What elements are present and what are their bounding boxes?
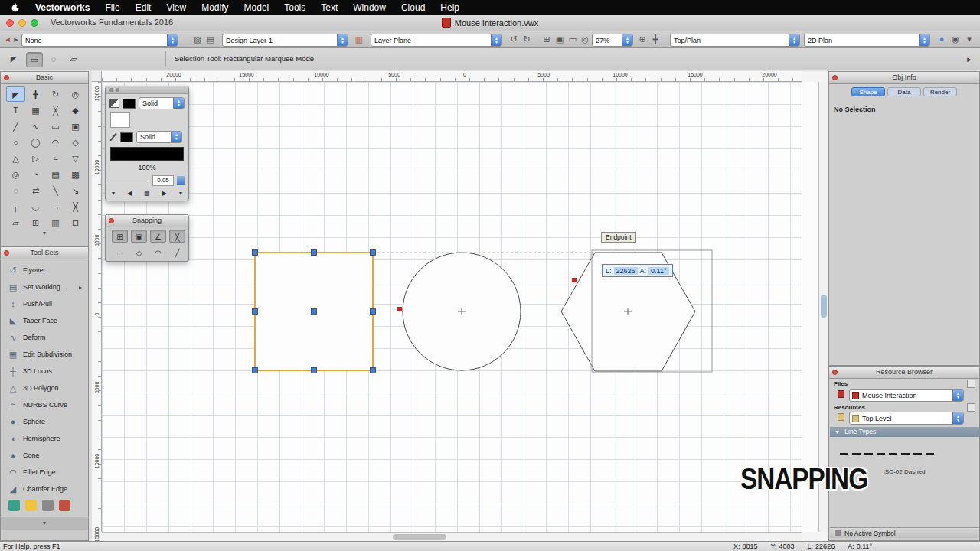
scrollbar-thumb[interactable]: [821, 295, 827, 318]
class-options-icon[interactable]: ▨: [191, 34, 204, 45]
menu-text[interactable]: Text: [313, 0, 345, 15]
snap-smart-point-icon[interactable]: ◇: [131, 246, 147, 259]
basic-palette-header[interactable]: Basic: [1, 72, 88, 84]
menu-view[interactable]: View: [158, 0, 194, 15]
menu-tools[interactable]: Tools: [276, 0, 313, 15]
fit-view-icon[interactable]: ⊕: [636, 34, 648, 45]
palette-close-button[interactable]: [109, 218, 114, 223]
basic-tool[interactable]: ▤: [46, 167, 65, 182]
line-weight-stepper-icon[interactable]: [177, 176, 185, 185]
basic-tool[interactable]: ╳: [66, 199, 85, 214]
snap-object-icon[interactable]: ▣: [131, 230, 147, 243]
fill-style-dropdown[interactable]: Solid: [139, 97, 185, 109]
toolbar-overflow-icon[interactable]: ▾: [963, 34, 975, 45]
palette-close-button[interactable]: [4, 250, 9, 256]
basic-tool-selection[interactable]: ◤: [6, 86, 25, 102]
basic-tool[interactable]: ⊟: [66, 215, 85, 230]
attr-menu-icon[interactable]: ▾: [112, 190, 115, 197]
basic-tool[interactable]: ▷: [26, 151, 45, 166]
basic-tool-arc[interactable]: ◠: [46, 135, 65, 150]
disclosure-triangle-icon[interactable]: ▼: [835, 429, 840, 435]
panel-arrow-icon[interactable]: [967, 380, 975, 388]
menu-cloud[interactable]: Cloud: [394, 0, 433, 15]
snap-intersection-icon[interactable]: ╳: [169, 230, 185, 243]
angle-value-field[interactable]: 0.11°: [648, 267, 668, 275]
basic-tool-polygon[interactable]: ◇: [66, 135, 85, 150]
menu-edit[interactable]: Edit: [128, 0, 159, 15]
rotate-right-icon[interactable]: ↻: [521, 34, 533, 45]
basic-tool[interactable]: ∿: [26, 119, 45, 134]
view-dropdown[interactable]: Top/Plan: [670, 34, 800, 47]
basic-tool[interactable]: ↘: [66, 183, 85, 198]
tab-shape[interactable]: Shape: [851, 87, 885, 96]
attr-next-icon[interactable]: ▶: [162, 190, 167, 197]
lasso-mode-button[interactable]: ◌: [46, 52, 61, 66]
render-mode-icon[interactable]: ◉: [949, 34, 962, 45]
line-weight-track[interactable]: [109, 181, 149, 181]
menu-modify[interactable]: Modify: [194, 0, 236, 15]
tool-sets-header[interactable]: Tool Sets: [1, 247, 88, 259]
menu-file[interactable]: File: [97, 0, 127, 15]
toolset-item-cone[interactable]: ▲Cone: [1, 447, 88, 464]
menu-vectorworks[interactable]: Vectorworks: [28, 0, 97, 15]
zoom-dropdown[interactable]: 27%: [592, 34, 633, 47]
attr-prev-icon[interactable]: ◀: [127, 190, 132, 197]
basic-tool[interactable]: △: [6, 151, 25, 166]
horizontal-scrollbar[interactable]: [102, 532, 802, 541]
menu-window[interactable]: Window: [345, 0, 394, 15]
snap-angle-icon[interactable]: ∠: [150, 230, 166, 243]
basic-tool[interactable]: ▥: [46, 215, 65, 230]
toolset-item-fillet-edge[interactable]: ◠Fillet Edge: [1, 464, 88, 481]
basic-tool[interactable]: ↻: [46, 86, 65, 102]
basic-tool[interactable]: ▱: [6, 215, 25, 230]
toolset-item-hemisphere[interactable]: ◖Hemisphere: [1, 430, 88, 447]
toolset-item-nurbs-curve[interactable]: ≈NURBS Curve: [1, 396, 88, 413]
layer-dropdown[interactable]: Design Layer-1: [222, 34, 348, 47]
panel-arrow-icon[interactable]: [967, 403, 975, 412]
dock-teal-icon[interactable]: [8, 500, 20, 511]
snap-distance-icon[interactable]: ⋯: [112, 246, 128, 259]
sheet-icon[interactable]: ▭: [567, 34, 579, 45]
toolset-item-3d-polygon[interactable]: △3D Polygon: [1, 380, 88, 396]
class-dropdown[interactable]: None: [21, 34, 178, 47]
palette-tab-strip[interactable]: ▼: [1, 517, 88, 530]
basic-tool[interactable]: ◔: [26, 167, 45, 182]
fill-preview-swatch[interactable]: [110, 112, 130, 128]
snap-grid-icon[interactable]: ⊞: [112, 230, 128, 243]
basic-tool-line[interactable]: ╱: [6, 119, 25, 134]
basic-tool-circle[interactable]: ○: [6, 135, 25, 150]
pen-style-dropdown[interactable]: Solid: [136, 131, 182, 143]
rotate-left-icon[interactable]: ↺: [508, 34, 520, 45]
menu-model[interactable]: Model: [237, 0, 277, 15]
basic-tool-text[interactable]: T: [6, 103, 25, 118]
basic-tool-oval[interactable]: ◯: [26, 135, 45, 150]
toolset-item-flyover[interactable]: ↺Flyover: [1, 262, 88, 279]
basic-tool[interactable]: ⊞: [26, 215, 45, 230]
polygon-mode-button[interactable]: ▱: [66, 52, 81, 66]
snapping-palette-header[interactable]: Snapping: [106, 215, 188, 227]
zoom-tool-icon[interactable]: ◎: [579, 34, 591, 45]
basic-tool[interactable]: ▦: [26, 103, 45, 118]
palette-close-button[interactable]: [832, 75, 838, 80]
palette-dot-icon[interactable]: [116, 88, 119, 92]
basic-tool[interactable]: ◎: [6, 167, 25, 182]
toolset-item-deform[interactable]: ∿Deform: [1, 329, 88, 346]
class-list-icon[interactable]: ▤: [204, 34, 217, 45]
saved-views-icon[interactable]: ⊞: [541, 34, 553, 45]
basic-tool[interactable]: ▩: [66, 167, 85, 182]
basic-tool[interactable]: ◆: [66, 103, 85, 118]
palette-close-button[interactable]: [832, 370, 838, 375]
palette-dot-icon[interactable]: [109, 88, 113, 92]
tab-data[interactable]: Data: [887, 87, 921, 96]
modebar-expand-icon[interactable]: ▸: [962, 52, 977, 66]
line-weight-field[interactable]: 0.05: [152, 175, 174, 186]
opacity-value[interactable]: 100%: [106, 161, 188, 171]
basic-tool[interactable]: ◡: [26, 199, 45, 214]
page-grid-icon[interactable]: ▣: [554, 34, 566, 45]
basic-tool[interactable]: ◎: [66, 86, 85, 102]
marquee-mode-button[interactable]: ▭: [26, 52, 43, 67]
dock-red-icon[interactable]: [59, 500, 70, 511]
palette-disclosure-icon[interactable]: ▼: [1, 230, 88, 236]
toolset-item-edit-subdivision[interactable]: ▦Edit Subdivision: [1, 346, 88, 363]
pen-color-swatch[interactable]: [120, 132, 133, 142]
